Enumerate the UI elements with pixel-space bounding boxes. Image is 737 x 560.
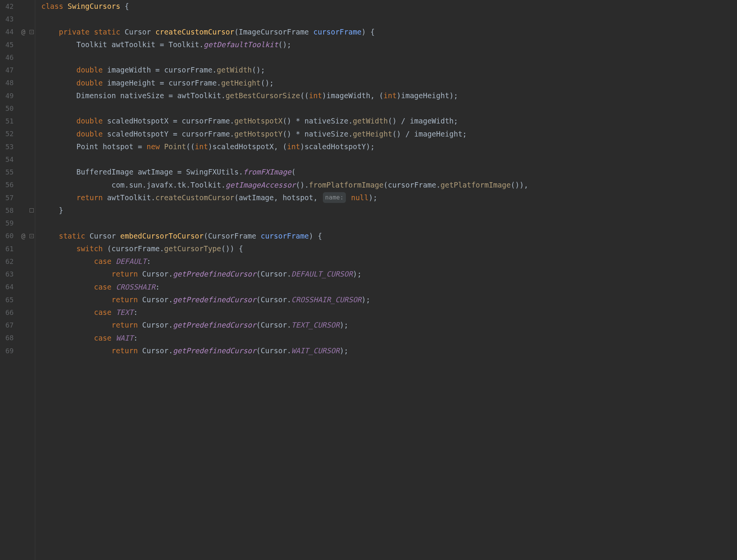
code-token: Point <box>76 140 103 153</box>
line-number[interactable]: 48 <box>5 77 14 89</box>
line-number[interactable]: 50 <box>5 102 14 115</box>
code-line[interactable]: return awtToolkit.createCustomCursor(awt… <box>41 191 737 204</box>
line-number[interactable]: 67 <box>5 319 14 331</box>
line-number[interactable]: 62 <box>5 255 14 268</box>
line-number[interactable]: 54 <box>5 153 14 166</box>
fold-collapse-icon[interactable] <box>30 30 34 34</box>
line-number[interactable]: 57 <box>5 191 14 204</box>
line-number[interactable]: 52 <box>5 128 14 140</box>
line-annotation[interactable]: @ <box>18 230 28 242</box>
code-line[interactable]: Point hotspot = new Point((int)scaledHot… <box>41 140 737 153</box>
fold-marker-cell <box>28 128 35 140</box>
code-line[interactable]: double imageWidth = cursorFrame.getWidth… <box>41 64 737 76</box>
fold-collapse-icon[interactable] <box>30 234 34 238</box>
line-number[interactable]: 51 <box>5 115 14 127</box>
line-annotation <box>18 77 28 89</box>
code-token: (( <box>186 140 195 153</box>
code-token: . <box>287 344 291 357</box>
code-token: Cursor <box>261 293 287 306</box>
line-number[interactable]: 66 <box>5 306 14 319</box>
code-line[interactable] <box>41 13 737 25</box>
code-token: ImageCursorFrame <box>239 26 313 38</box>
code-line[interactable]: private static Cursor createCustomCursor… <box>41 26 737 38</box>
code-line[interactable]: return Cursor.getPredefinedCursor(Cursor… <box>41 319 737 331</box>
code-token: . <box>168 344 173 357</box>
fold-gutter[interactable] <box>28 0 35 560</box>
code-token: imageHeight <box>401 89 449 102</box>
annotation-gutter[interactable]: @@ <box>18 0 28 560</box>
code-token: SwingCursors <box>67 0 120 13</box>
code-line[interactable]: static Cursor embedCursorToCursor(Cursor… <box>41 230 737 242</box>
code-editor[interactable]: 4243444546474849505152535455565758596061… <box>0 0 737 560</box>
line-number-gutter[interactable]: 4243444546474849505152535455565758596061… <box>0 0 18 560</box>
code-token: awtToolkit <box>112 38 155 51</box>
line-number[interactable]: 61 <box>5 242 14 255</box>
line-number[interactable]: 53 <box>5 140 14 153</box>
fold-marker-cell <box>28 191 35 204</box>
code-line[interactable]: return Cursor.getPredefinedCursor(Cursor… <box>41 268 737 280</box>
line-number[interactable]: 68 <box>5 332 14 344</box>
code-token: awtImage <box>138 166 173 178</box>
code-line[interactable]: BufferedImage awtImage = SwingFXUtils.fr… <box>41 166 737 178</box>
code-token <box>41 77 77 89</box>
code-token: hotspot <box>283 191 313 204</box>
line-annotation[interactable]: @ <box>18 26 28 38</box>
line-number[interactable]: 64 <box>5 281 14 293</box>
code-line[interactable]: return Cursor.getPredefinedCursor(Cursor… <box>41 344 737 357</box>
code-line[interactable]: case TEXT: <box>41 306 737 319</box>
code-line[interactable] <box>41 102 737 115</box>
fold-marker-cell[interactable] <box>28 230 35 242</box>
line-number[interactable]: 58 <box>5 204 14 217</box>
fold-marker-cell[interactable] <box>28 204 35 217</box>
line-number[interactable]: 47 <box>5 64 14 76</box>
line-number[interactable]: 55 <box>5 166 14 178</box>
code-line[interactable]: class SwingCursors { <box>41 0 737 13</box>
code-line[interactable]: com.sun.javafx.tk.Toolkit.getImageAccess… <box>41 179 737 191</box>
code-token <box>41 344 112 357</box>
code-line[interactable]: switch (cursorFrame.getCursorType()) { <box>41 242 737 255</box>
code-token: { <box>120 0 129 13</box>
code-line[interactable]: case CROSSHAIR: <box>41 281 737 293</box>
code-area[interactable]: class SwingCursors { private static Curs… <box>35 0 737 560</box>
code-line[interactable]: case DEFAULT: <box>41 255 737 268</box>
line-number[interactable]: 63 <box>5 268 14 280</box>
line-number[interactable]: 49 <box>5 89 14 102</box>
line-number[interactable]: 45 <box>5 38 14 51</box>
code-token: Toolkit <box>76 38 112 51</box>
code-line[interactable]: double imageHeight = cursorFrame.getHeig… <box>41 77 737 89</box>
line-number[interactable]: 43 <box>5 13 14 25</box>
line-number[interactable]: 59 <box>5 217 14 229</box>
line-number[interactable]: 56 <box>5 179 14 191</box>
code-line[interactable]: return Cursor.getPredefinedCursor(Cursor… <box>41 293 737 306</box>
code-line[interactable]: double scaledHotspotX = cursorFrame.getH… <box>41 115 737 127</box>
code-token: , ( <box>274 140 287 153</box>
code-line[interactable]: Dimension nativeSize = awtToolkit.getBes… <box>41 89 737 102</box>
line-number[interactable]: 65 <box>5 293 14 306</box>
code-line[interactable] <box>41 51 737 64</box>
fold-end-icon[interactable] <box>30 208 34 212</box>
code-line[interactable]: double scaledHotspotY = cursorFrame.getH… <box>41 128 737 140</box>
code-token: getWidth <box>353 115 388 127</box>
line-number[interactable]: 60 <box>5 230 14 242</box>
code-token: (); <box>252 64 265 76</box>
line-number[interactable]: 69 <box>5 344 14 357</box>
code-line[interactable]: } <box>41 204 737 217</box>
code-token: . <box>230 128 234 140</box>
code-token: Cursor <box>261 268 287 280</box>
code-token: . <box>168 293 173 306</box>
code-line[interactable]: case WAIT: <box>41 332 737 344</box>
code-token: () * <box>283 115 304 127</box>
line-number[interactable]: 44 <box>5 26 14 38</box>
code-line[interactable]: Toolkit awtToolkit = Toolkit.getDefaultT… <box>41 38 737 51</box>
code-line[interactable] <box>41 217 737 229</box>
code-token: getDefaultToolkit <box>204 38 278 51</box>
code-line[interactable] <box>41 153 737 166</box>
code-token: . <box>217 77 221 89</box>
code-token <box>41 166 77 178</box>
code-token: . <box>349 115 353 127</box>
code-token: new <box>146 140 164 153</box>
line-number[interactable]: 42 <box>5 0 14 13</box>
line-number[interactable]: 46 <box>5 51 14 64</box>
code-token <box>41 140 77 153</box>
fold-marker-cell[interactable] <box>28 26 35 38</box>
